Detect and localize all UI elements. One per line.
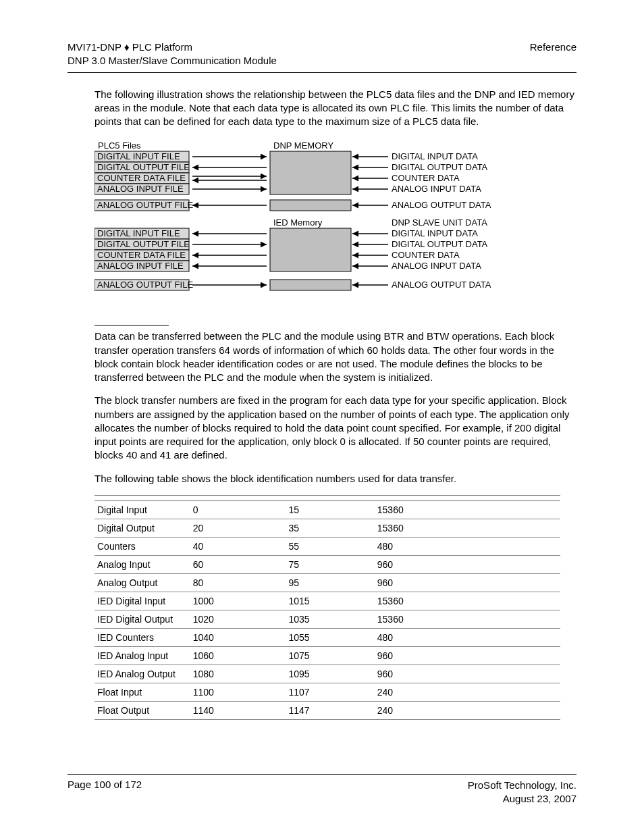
table-cell: 35 <box>286 519 374 537</box>
table-cell: IED Analog Input <box>95 646 190 664</box>
table-row: Digital Input01515360 <box>95 500 560 519</box>
block-id-table: Digital Input01515360Digital Output20351… <box>95 495 560 720</box>
header-title-right: PLC Platform <box>132 41 192 53</box>
header-subtitle: DNP 3.0 Master/Slave Communication Modul… <box>68 55 277 66</box>
paragraph-3: The block transfer numbers are fixed in … <box>95 394 576 462</box>
table-cell: 15360 <box>375 610 560 628</box>
svg-text:ANALOG OUTPUT DATA: ANALOG OUTPUT DATA <box>392 200 491 210</box>
short-rule <box>95 325 169 325</box>
table-row: Analog Input6075960 <box>95 555 560 573</box>
diag-ied-title: IED Memory <box>273 217 323 228</box>
table-cell: 1140 <box>190 701 286 719</box>
table-row: Float Input11001107240 <box>95 683 560 701</box>
paragraph-4: The following table shows the block iden… <box>95 472 576 486</box>
table-row: Analog Output8095960 <box>95 573 560 592</box>
table-cell: 1000 <box>190 592 286 610</box>
table-cell: 240 <box>375 701 560 719</box>
svg-rect-11 <box>270 200 351 211</box>
paragraph-2: Data can be transferred between the PLC … <box>95 330 576 384</box>
table-cell: Analog Output <box>95 573 190 592</box>
table-cell: 1015 <box>286 592 374 610</box>
table-row: Digital Output203515360 <box>95 519 560 537</box>
table-cell: 240 <box>375 683 560 701</box>
table-cell: 1080 <box>190 664 286 683</box>
svg-text:COUNTER DATA: COUNTER DATA <box>392 173 460 183</box>
svg-text:DIGITAL INPUT DATA: DIGITAL INPUT DATA <box>392 228 478 238</box>
paragraph-1: The following illustration shows the rel… <box>95 88 576 129</box>
diag-plc-title: PLC5 Files <box>98 140 141 151</box>
footer-company: ProSoft Technology, Inc. <box>468 779 576 791</box>
diag-dnp-title: DNP MEMORY <box>273 140 333 151</box>
svg-text:ANALOG INPUT DATA: ANALOG INPUT DATA <box>392 261 481 271</box>
svg-text:ANALOG OUTPUT DATA: ANALOG OUTPUT DATA <box>392 280 491 290</box>
svg-text:ANALOG OUTPUT FILE: ANALOG OUTPUT FILE <box>97 280 193 290</box>
table-cell: 0 <box>190 500 286 519</box>
svg-rect-39 <box>270 228 351 271</box>
table-cell: 95 <box>286 573 374 592</box>
svg-text:ANALOG INPUT FILE: ANALOG INPUT FILE <box>97 261 184 271</box>
table-cell: Digital Output <box>95 519 190 537</box>
plc-top-group: DIGITAL INPUT FILE DIGITAL OUTPUT FILE C… <box>95 151 190 194</box>
svg-text:ANALOG OUTPUT FILE: ANALOG OUTPUT FILE <box>97 200 193 210</box>
header-section: Reference <box>530 41 576 53</box>
svg-text:DIGITAL INPUT DATA: DIGITAL INPUT DATA <box>392 151 478 161</box>
svg-text:ANALOG INPUT DATA: ANALOG INPUT DATA <box>392 184 481 194</box>
table-cell: 20 <box>190 519 286 537</box>
svg-text:DNP SLAVE UNIT DATA: DNP SLAVE UNIT DATA <box>392 217 487 228</box>
table-row: IED Analog Input10601075960 <box>95 646 560 664</box>
table-cell: IED Analog Output <box>95 664 190 683</box>
table-cell: 15360 <box>375 592 560 610</box>
table-cell: 15360 <box>375 519 560 537</box>
svg-text:DIGITAL OUTPUT DATA: DIGITAL OUTPUT DATA <box>392 239 488 249</box>
footer-date: August 23, 2007 <box>503 793 576 804</box>
table-cell: 15 <box>286 500 374 519</box>
table-row: Float Output11401147240 <box>95 701 560 719</box>
table-row: IED Digital Input1000101515360 <box>95 592 560 610</box>
header-title-left: MVI71-DNP <box>68 41 122 53</box>
table-row: IED Analog Output10801095960 <box>95 664 560 683</box>
svg-text:ANALOG INPUT FILE: ANALOG INPUT FILE <box>97 184 184 194</box>
table-cell: 1035 <box>286 610 374 628</box>
svg-text:DIGITAL INPUT FILE: DIGITAL INPUT FILE <box>97 228 180 238</box>
table-cell: Analog Input <box>95 555 190 573</box>
table-cell: 1060 <box>190 646 286 664</box>
header-title-sep: ♦ <box>124 41 130 53</box>
svg-text:COUNTER DATA FILE: COUNTER DATA FILE <box>97 173 186 183</box>
svg-text:DIGITAL OUTPUT FILE: DIGITAL OUTPUT FILE <box>97 239 190 249</box>
page: MVI71-DNP ♦ PLC Platform DNP 3.0 Master/… <box>0 0 644 834</box>
svg-text:DIGITAL OUTPUT DATA: DIGITAL OUTPUT DATA <box>392 162 488 172</box>
table-row: Counters4055480 <box>95 537 560 555</box>
table-cell: IED Digital Output <box>95 610 190 628</box>
svg-rect-10 <box>270 151 351 194</box>
table-cell: 80 <box>190 573 286 592</box>
table-cell: 1095 <box>286 664 374 683</box>
table-cell: 1075 <box>286 646 374 664</box>
svg-text:DIGITAL INPUT FILE: DIGITAL INPUT FILE <box>97 151 180 161</box>
page-header: MVI71-DNP ♦ PLC Platform DNP 3.0 Master/… <box>68 41 576 73</box>
table-row: IED Digital Output1020103515360 <box>95 610 560 628</box>
svg-rect-40 <box>270 280 351 290</box>
table-cell: 1020 <box>190 610 286 628</box>
table-cell: 1040 <box>190 628 286 646</box>
table-cell: 960 <box>375 555 560 573</box>
table-cell: 40 <box>190 537 286 555</box>
table-cell: 1147 <box>286 701 374 719</box>
svg-text:COUNTER DATA FILE: COUNTER DATA FILE <box>97 250 186 260</box>
table-cell: Float Input <box>95 683 190 701</box>
table-cell: 15360 <box>375 500 560 519</box>
table-cell: 1107 <box>286 683 374 701</box>
table-cell: 1055 <box>286 628 374 646</box>
memory-diagram: PLC5 Files DNP MEMORY DIGITAL INPUT FILE… <box>95 140 576 311</box>
table-cell: 480 <box>375 537 560 555</box>
table-cell: 55 <box>286 537 374 555</box>
footer-page: Page 100 of 172 <box>68 779 142 806</box>
table-cell: Float Output <box>95 701 190 719</box>
table-cell: 960 <box>375 573 560 592</box>
page-footer: Page 100 of 172 ProSoft Technology, Inc.… <box>68 774 576 806</box>
table-cell: IED Digital Input <box>95 592 190 610</box>
table-row: IED Counters10401055480 <box>95 628 560 646</box>
svg-text:DIGITAL OUTPUT FILE: DIGITAL OUTPUT FILE <box>97 162 190 172</box>
table-cell: 480 <box>375 628 560 646</box>
svg-text:COUNTER DATA: COUNTER DATA <box>392 250 460 260</box>
table-cell: Digital Input <box>95 500 190 519</box>
